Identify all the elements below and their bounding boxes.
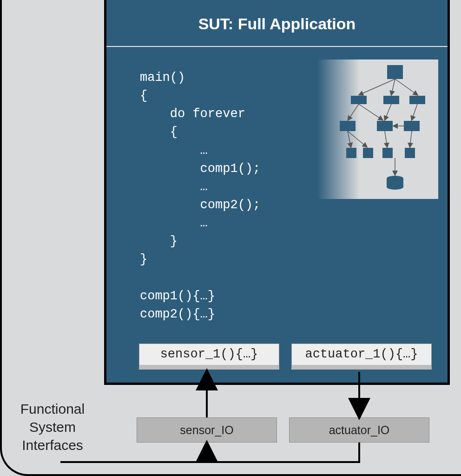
sut-container: SUT: Full Application main() { do foreve… bbox=[104, 0, 450, 385]
svg-rect-3 bbox=[409, 96, 425, 104]
sensor-io-box: sensor_IO bbox=[137, 417, 277, 443]
svg-line-19 bbox=[385, 104, 391, 120]
svg-rect-6 bbox=[404, 121, 420, 131]
svg-rect-9 bbox=[382, 148, 393, 158]
svg-rect-8 bbox=[363, 148, 373, 158]
actuator-io-box: actuator_IO bbox=[289, 417, 429, 443]
svg-line-18 bbox=[359, 104, 382, 120]
svg-line-14 bbox=[359, 79, 395, 95]
side-label: Functional System Interfaces bbox=[4, 400, 101, 454]
side-label-line3: Interfaces bbox=[4, 436, 101, 454]
side-label-line2: System bbox=[4, 418, 101, 436]
svg-rect-2 bbox=[383, 96, 399, 104]
sensor-function-box: sensor_1(){…} bbox=[139, 344, 279, 370]
svg-rect-0 bbox=[387, 65, 403, 79]
svg-line-16 bbox=[395, 79, 417, 95]
svg-point-13 bbox=[387, 184, 403, 190]
svg-line-25 bbox=[410, 131, 412, 147]
sut-title: SUT: Full Application bbox=[106, 0, 448, 47]
actuator-function-box: actuator_1(){…} bbox=[291, 344, 432, 370]
svg-rect-5 bbox=[377, 121, 393, 131]
svg-line-15 bbox=[391, 79, 395, 95]
code-block: main() { do forever { … comp1(); … comp2… bbox=[140, 69, 260, 324]
svg-line-20 bbox=[412, 104, 417, 120]
call-graph-inset bbox=[317, 60, 438, 199]
svg-line-24 bbox=[385, 131, 387, 147]
svg-line-17 bbox=[348, 104, 359, 120]
svg-rect-1 bbox=[351, 96, 367, 104]
side-label-line1: Functional bbox=[4, 400, 101, 418]
svg-rect-7 bbox=[346, 148, 356, 158]
call-graph-svg bbox=[317, 60, 438, 199]
svg-rect-4 bbox=[340, 121, 356, 131]
svg-rect-10 bbox=[405, 148, 415, 158]
